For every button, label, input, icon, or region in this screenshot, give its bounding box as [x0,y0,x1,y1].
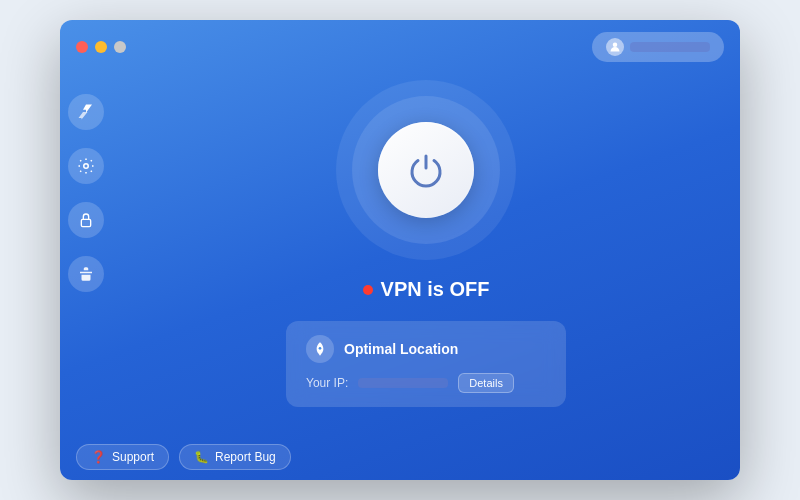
rocket-icon [306,335,334,363]
vpn-status: VPN is OFF [363,278,490,301]
main-content: VPN is OFF Optimal Location Your IP: [60,70,740,434]
location-card: Optimal Location Your IP: Details [286,321,566,407]
ip-row: Your IP: Details [306,373,546,393]
traffic-lights [76,41,126,53]
svg-point-3 [319,347,322,350]
center-content: VPN is OFF Optimal Location Your IP: [112,70,740,434]
vpn-status-text: VPN is OFF [381,278,490,301]
svg-rect-2 [81,219,90,226]
titlebar [60,20,740,70]
report-bug-button[interactable]: 🐛 Report Bug [179,444,291,470]
details-button[interactable]: Details [458,373,514,393]
bottom-bar: ❓ Support 🐛 Report Bug [60,434,740,480]
location-header: Optimal Location [306,335,546,363]
svg-point-1 [84,164,89,169]
support-label: Support [112,450,154,464]
app-window: VPN is OFF Optimal Location Your IP: [60,20,740,480]
ip-value [358,378,448,388]
close-button[interactable] [76,41,88,53]
bug-icon: 🐛 [194,450,209,464]
minimize-button[interactable] [95,41,107,53]
sidebar-item-settings[interactable] [68,148,104,184]
power-rings [336,80,516,260]
power-button[interactable] [378,122,474,218]
sidebar-item-blocklist[interactable] [68,256,104,292]
account-button[interactable] [592,32,724,62]
svg-point-0 [613,43,618,48]
ip-label: Your IP: [306,376,348,390]
sidebar [60,70,112,434]
support-button[interactable]: ❓ Support [76,444,169,470]
avatar [606,38,624,56]
status-dot [363,285,373,295]
location-name: Optimal Location [344,341,458,357]
maximize-button[interactable] [114,41,126,53]
support-icon: ❓ [91,450,106,464]
sidebar-item-quick-connect[interactable] [68,94,104,130]
account-email [630,42,710,52]
report-bug-label: Report Bug [215,450,276,464]
sidebar-item-security[interactable] [68,202,104,238]
